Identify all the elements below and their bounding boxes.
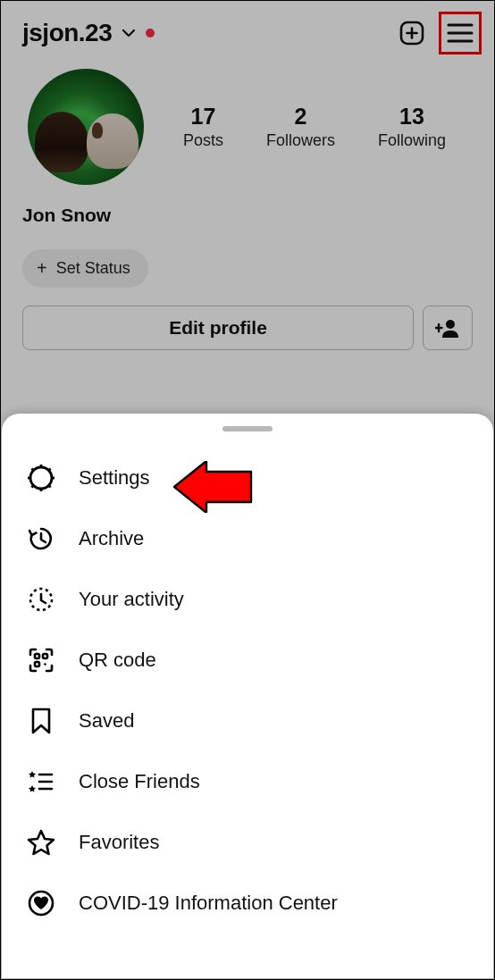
svg-line-17 (48, 468, 51, 471)
display-name: Jon Snow (1, 194, 494, 226)
svg-rect-21 (35, 662, 39, 666)
stat-label: Followers (266, 131, 335, 150)
status-label: Set Status (56, 259, 130, 278)
menu-label: Saved (79, 709, 134, 733)
menu-button[interactable] (444, 17, 476, 49)
stat-followers[interactable]: 2 Followers (266, 104, 335, 150)
svg-line-14 (31, 468, 34, 471)
activity-icon (27, 585, 55, 614)
create-button[interactable] (396, 17, 428, 49)
menu-item-saved[interactable]: Saved (2, 691, 493, 751)
menu-item-activity[interactable]: Your activity (2, 569, 493, 630)
svg-rect-20 (43, 654, 47, 658)
heart-badge-icon (27, 889, 55, 917)
menu-label: Archive (79, 527, 144, 550)
set-status-button[interactable]: + Set Status (22, 249, 148, 288)
svg-point-22 (44, 663, 46, 666)
hamburger-icon (447, 22, 474, 44)
edit-profile-label: Edit profile (169, 317, 267, 339)
menu-label: Favorites (79, 831, 159, 854)
stat-value: 13 (378, 104, 446, 130)
plus-icon: + (37, 258, 47, 279)
stat-following[interactable]: 13 Following (378, 104, 446, 150)
menu-item-covid[interactable]: COVID-19 Information Center (2, 873, 493, 934)
stat-label: Following (378, 131, 446, 150)
sheet-grabber[interactable] (222, 426, 273, 431)
svg-rect-19 (35, 654, 39, 658)
plus-square-icon (398, 19, 426, 47)
menu-item-archive[interactable]: Archive (2, 508, 493, 569)
menu-item-favorites[interactable]: Favorites (2, 812, 493, 873)
stat-posts[interactable]: 17 Posts (183, 104, 223, 150)
bookmark-icon (27, 707, 55, 735)
svg-line-16 (31, 485, 34, 488)
profile-summary: 17 Posts 2 Followers 13 Following (1, 60, 494, 194)
star-icon (27, 828, 55, 857)
header: jsjon.23 (1, 1, 494, 60)
menu-label: QR code (79, 649, 156, 672)
notification-dot-icon (146, 29, 155, 38)
menu-item-qr[interactable]: QR code (2, 630, 493, 691)
qr-icon (27, 646, 55, 674)
gear-icon (27, 464, 55, 492)
discover-people-button[interactable] (423, 306, 473, 350)
close-friends-icon (27, 767, 55, 796)
menu-label: Close Friends (79, 770, 200, 793)
stat-label: Posts (183, 131, 223, 150)
username: jsjon.23 (22, 19, 112, 47)
menu-label: Your activity (79, 588, 184, 611)
avatar[interactable] (28, 69, 144, 185)
svg-line-15 (48, 485, 51, 488)
menu-sheet: Settings Archive Your activity (2, 414, 493, 978)
edit-profile-button[interactable]: Edit profile (22, 306, 414, 350)
svg-point-6 (446, 320, 455, 329)
menu-label: COVID-19 Information Center (79, 892, 338, 915)
archive-icon (27, 524, 55, 553)
account-switcher[interactable]: jsjon.23 (22, 19, 155, 47)
add-person-icon (435, 317, 460, 339)
menu-item-settings[interactable]: Settings (2, 448, 493, 508)
menu-item-close-friends[interactable]: Close Friends (2, 751, 493, 812)
stat-value: 17 (183, 104, 223, 130)
menu-label: Settings (79, 466, 150, 490)
stat-value: 2 (266, 104, 335, 130)
chevron-down-icon (121, 25, 137, 41)
